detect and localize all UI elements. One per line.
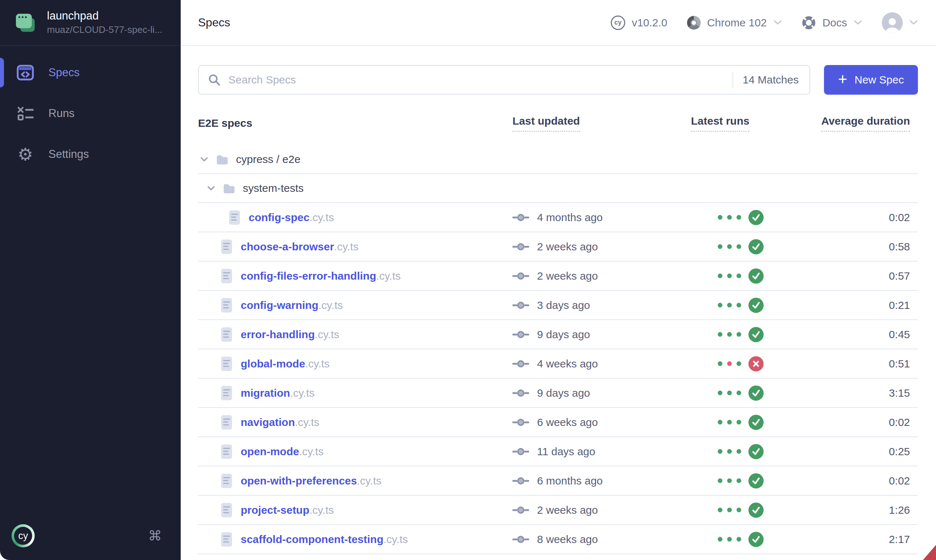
search-box: 14 Matches (198, 65, 810, 95)
git-commit-icon (513, 505, 529, 515)
spec-name-link[interactable]: config-warning.cy.ts (241, 299, 343, 311)
last-updated-text: 8 weeks ago (537, 533, 598, 546)
spec-name-link[interactable]: open-with-preferences.cy.ts (241, 475, 382, 487)
git-commit-icon (513, 300, 529, 310)
spec-extension: .cy.ts (299, 445, 324, 457)
spec-row[interactable]: error-handling.cy.ts 9 days ago 0:45 (198, 320, 918, 349)
run-dot-green (727, 391, 732, 395)
spec-name-cell: config-spec.cy.ts (198, 210, 508, 225)
new-spec-button[interactable]: + New Spec (824, 65, 918, 95)
latest-runs-cell[interactable] (687, 327, 785, 342)
run-status-icon (748, 210, 764, 225)
latest-runs-cell[interactable] (687, 386, 785, 401)
browser-label: Chrome 102 (707, 17, 767, 29)
spec-name-link[interactable]: config-spec.cy.ts (249, 211, 334, 224)
run-dot-green (736, 244, 741, 249)
latest-runs-cell[interactable] (687, 415, 785, 430)
spec-file-icon (221, 327, 232, 342)
sidebar-item-label: Settings (48, 148, 89, 161)
latest-runs-cell[interactable] (687, 532, 785, 547)
folder-name: cypress / e2e (236, 153, 300, 165)
spec-name-cell: open-mode.cy.ts (198, 445, 508, 459)
keyboard-shortcuts-icon[interactable]: ⌘ (148, 528, 162, 544)
spec-name-link[interactable]: config-files-error-handling.cy.ts (241, 270, 401, 282)
cypress-logo[interactable]: cy (12, 524, 35, 547)
average-duration: 0:02 (785, 475, 918, 487)
project-switcher[interactable]: launchpad muaz/CLOUD-577-spec-li... (0, 0, 181, 46)
spec-row[interactable]: scaffold-component-testing.cy.ts 8 weeks… (198, 525, 918, 554)
run-dot-green (727, 332, 732, 337)
spec-name-link[interactable]: scaffold-component-testing.cy.ts (241, 533, 408, 546)
latest-runs-cell[interactable] (687, 444, 785, 459)
run-dot-green (736, 420, 741, 425)
spec-row[interactable]: migration.cy.ts 9 days ago 3:15 (198, 378, 918, 408)
run-dot-green (718, 449, 722, 454)
last-updated-cell: 6 weeks ago (508, 416, 687, 428)
spec-row[interactable]: config-files-error-handling.cy.ts 2 week… (198, 262, 918, 291)
spec-extension: .cy.ts (383, 533, 408, 545)
sidebar-item-settings[interactable]: ⚙ Settings (0, 137, 181, 172)
docs-menu[interactable]: Docs (802, 15, 862, 30)
version-indicator[interactable]: cy v10.2.0 (611, 15, 667, 30)
run-dot-green (718, 303, 722, 308)
last-updated-cell: 9 days ago (508, 328, 687, 341)
spec-name-link[interactable]: global-mode.cy.ts (241, 358, 329, 370)
run-dot-green (718, 361, 722, 366)
spec-row[interactable]: navigation.cy.ts 6 weeks ago 0:02 (198, 408, 918, 437)
latest-runs-cell[interactable] (687, 356, 785, 371)
spec-row[interactable]: project-setup.cy.ts 2 weeks ago 1:26 (198, 496, 918, 525)
latest-runs-cell[interactable] (687, 239, 785, 254)
sidebar-item-specs[interactable]: Specs (0, 55, 181, 90)
spec-row[interactable]: open-mode.cy.ts 11 days ago 0:25 (198, 437, 918, 466)
run-dot-green (718, 508, 722, 512)
search-input[interactable] (228, 74, 733, 86)
new-spec-label: New Spec (854, 74, 904, 86)
spec-row[interactable]: global-mode.cy.ts 4 weeks ago 0:51 (198, 349, 918, 378)
spec-name-link[interactable]: choose-a-browser.cy.ts (241, 241, 359, 253)
user-menu[interactable] (882, 12, 918, 33)
browser-select[interactable]: Chrome 102 (687, 16, 782, 30)
column-header-duration[interactable]: Average duration (785, 115, 918, 132)
run-dot-green (736, 215, 741, 220)
spec-name-link[interactable]: migration.cy.ts (241, 387, 314, 399)
run-dot-green (736, 449, 741, 454)
sidebar-item-runs[interactable]: Runs (0, 96, 181, 131)
run-dot-green (736, 478, 741, 483)
run-dot-green (727, 303, 732, 308)
spec-name-cell: global-mode.cy.ts (198, 357, 508, 371)
latest-runs-cell[interactable] (687, 503, 785, 518)
folder-row[interactable]: system-tests (198, 174, 918, 203)
run-dot-red (727, 361, 732, 366)
latest-runs-cell[interactable] (687, 298, 785, 313)
column-header-updated[interactable]: Last updated (508, 115, 687, 132)
spec-name-link[interactable]: error-handling.cy.ts (241, 328, 339, 341)
last-updated-text: 11 days ago (537, 445, 595, 458)
latest-runs-cell[interactable] (687, 268, 785, 284)
last-updated-text: 2 weeks ago (537, 270, 598, 282)
spec-row[interactable]: choose-a-browser.cy.ts 2 weeks ago 0:58 (198, 232, 918, 262)
spec-file-icon (221, 357, 232, 371)
spec-row[interactable]: config-spec.cy.ts 4 months ago 0:02 (198, 203, 918, 232)
avatar (882, 12, 903, 33)
last-updated-cell: 9 days ago (508, 387, 687, 399)
chevron-down-icon (200, 157, 208, 162)
git-commit-icon (513, 476, 529, 486)
project-name: launchpad (47, 9, 162, 23)
run-status-icon (748, 503, 764, 518)
spec-file-icon (221, 298, 232, 312)
folder-row[interactable]: cypress / e2e (198, 145, 918, 174)
run-dot-green (736, 332, 741, 337)
spec-row[interactable]: open-with-preferences.cy.ts 6 months ago… (198, 466, 918, 496)
run-dot-green (727, 215, 732, 220)
last-updated-cell: 2 weeks ago (508, 504, 687, 516)
specs-content: 14 Matches + New Spec E2E specs Last upd… (181, 65, 936, 554)
run-status-icon (748, 415, 764, 430)
last-updated-cell: 2 weeks ago (508, 270, 687, 282)
latest-runs-cell[interactable] (687, 473, 785, 488)
column-header-runs[interactable]: Latest runs (687, 115, 785, 132)
spec-name-link[interactable]: open-mode.cy.ts (241, 445, 323, 458)
spec-row[interactable]: config-warning.cy.ts 3 days ago 0:21 (198, 291, 918, 320)
latest-runs-cell[interactable] (687, 210, 785, 225)
spec-name-link[interactable]: project-setup.cy.ts (241, 504, 334, 516)
spec-name-link[interactable]: navigation.cy.ts (241, 416, 319, 428)
